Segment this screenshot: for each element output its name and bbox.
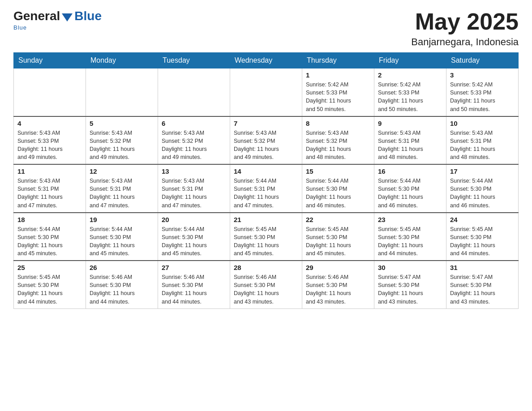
col-header-friday: Friday bbox=[374, 53, 446, 68]
day-info: Sunrise: 5:43 AM Sunset: 5:31 PM Dayligh… bbox=[378, 129, 442, 162]
day-number: 14 bbox=[234, 167, 298, 175]
calendar-location: Banjarnegara, Indonesia bbox=[411, 36, 519, 48]
col-header-saturday: Saturday bbox=[446, 53, 519, 68]
day-info: Sunrise: 5:43 AM Sunset: 5:31 PM Dayligh… bbox=[17, 177, 82, 210]
day-number: 2 bbox=[378, 71, 442, 79]
day-number: 23 bbox=[378, 216, 442, 223]
calendar-cell-week3-day0: 11Sunrise: 5:43 AM Sunset: 5:31 PM Dayli… bbox=[14, 164, 86, 213]
day-info: Sunrise: 5:46 AM Sunset: 5:30 PM Dayligh… bbox=[306, 273, 370, 306]
day-info: Sunrise: 5:45 AM Sunset: 5:30 PM Dayligh… bbox=[234, 225, 298, 258]
calendar-week-2: 4Sunrise: 5:43 AM Sunset: 5:33 PM Daylig… bbox=[14, 116, 519, 165]
calendar-cell-week5-day1: 26Sunrise: 5:46 AM Sunset: 5:30 PM Dayli… bbox=[86, 261, 158, 308]
col-header-sunday: Sunday bbox=[14, 53, 86, 68]
col-header-wednesday: Wednesday bbox=[230, 53, 302, 68]
calendar-cell-week5-day6: 31Sunrise: 5:47 AM Sunset: 5:30 PM Dayli… bbox=[446, 261, 519, 308]
calendar-cell-week3-day6: 17Sunrise: 5:44 AM Sunset: 5:30 PM Dayli… bbox=[446, 164, 519, 213]
day-info: Sunrise: 5:46 AM Sunset: 5:30 PM Dayligh… bbox=[234, 273, 298, 306]
day-number: 9 bbox=[378, 120, 442, 127]
day-info: Sunrise: 5:43 AM Sunset: 5:31 PM Dayligh… bbox=[450, 129, 515, 162]
day-number: 11 bbox=[17, 167, 82, 175]
day-number: 16 bbox=[378, 167, 442, 175]
day-number: 7 bbox=[234, 120, 298, 127]
day-info: Sunrise: 5:47 AM Sunset: 5:30 PM Dayligh… bbox=[450, 273, 515, 306]
day-number: 24 bbox=[450, 216, 515, 223]
day-info: Sunrise: 5:46 AM Sunset: 5:30 PM Dayligh… bbox=[90, 273, 154, 306]
day-number: 25 bbox=[17, 264, 82, 271]
day-number: 27 bbox=[162, 264, 226, 271]
calendar-cell-week3-day1: 12Sunrise: 5:43 AM Sunset: 5:31 PM Dayli… bbox=[86, 164, 158, 213]
day-info: Sunrise: 5:45 AM Sunset: 5:30 PM Dayligh… bbox=[450, 225, 515, 258]
calendar-cell-week4-day6: 24Sunrise: 5:45 AM Sunset: 5:30 PM Dayli… bbox=[446, 213, 519, 261]
calendar-cell-week2-day1: 5Sunrise: 5:43 AM Sunset: 5:32 PM Daylig… bbox=[86, 116, 158, 165]
day-info: Sunrise: 5:43 AM Sunset: 5:32 PM Dayligh… bbox=[234, 129, 298, 162]
calendar-cell-week2-day5: 9Sunrise: 5:43 AM Sunset: 5:31 PM Daylig… bbox=[374, 116, 446, 165]
day-info: Sunrise: 5:44 AM Sunset: 5:30 PM Dayligh… bbox=[450, 177, 515, 210]
calendar-header-row: SundayMondayTuesdayWednesdayThursdayFrid… bbox=[14, 53, 519, 68]
day-info: Sunrise: 5:45 AM Sunset: 5:30 PM Dayligh… bbox=[17, 273, 82, 306]
calendar-week-5: 25Sunrise: 5:45 AM Sunset: 5:30 PM Dayli… bbox=[14, 261, 519, 308]
calendar-cell-week5-day0: 25Sunrise: 5:45 AM Sunset: 5:30 PM Dayli… bbox=[14, 261, 86, 308]
day-info: Sunrise: 5:44 AM Sunset: 5:30 PM Dayligh… bbox=[306, 177, 370, 210]
day-number: 20 bbox=[162, 216, 226, 223]
logo-underline-text: Blue bbox=[13, 24, 27, 31]
calendar-table: SundayMondayTuesdayWednesdayThursdayFrid… bbox=[13, 52, 519, 309]
day-info: Sunrise: 5:45 AM Sunset: 5:30 PM Dayligh… bbox=[378, 225, 442, 258]
calendar-cell-week1-day0 bbox=[14, 68, 86, 116]
day-number: 26 bbox=[90, 264, 154, 271]
day-info: Sunrise: 5:42 AM Sunset: 5:33 PM Dayligh… bbox=[306, 81, 370, 113]
calendar-cell-week1-day4: 1Sunrise: 5:42 AM Sunset: 5:33 PM Daylig… bbox=[302, 68, 374, 116]
day-number: 22 bbox=[306, 216, 370, 223]
day-number: 8 bbox=[306, 120, 370, 127]
day-number: 13 bbox=[162, 167, 226, 175]
day-number: 17 bbox=[450, 167, 515, 175]
calendar-week-1: 1Sunrise: 5:42 AM Sunset: 5:33 PM Daylig… bbox=[14, 68, 519, 116]
calendar-week-3: 11Sunrise: 5:43 AM Sunset: 5:31 PM Dayli… bbox=[14, 164, 519, 213]
day-number: 29 bbox=[306, 264, 370, 271]
day-number: 1 bbox=[306, 71, 370, 79]
col-header-tuesday: Tuesday bbox=[158, 53, 230, 68]
day-number: 12 bbox=[90, 167, 154, 175]
day-info: Sunrise: 5:43 AM Sunset: 5:31 PM Dayligh… bbox=[90, 177, 154, 210]
day-info: Sunrise: 5:44 AM Sunset: 5:30 PM Dayligh… bbox=[17, 225, 82, 258]
logo-blue-text: Blue bbox=[74, 9, 102, 23]
logo-general-text: General bbox=[13, 9, 60, 23]
day-info: Sunrise: 5:47 AM Sunset: 5:30 PM Dayligh… bbox=[378, 273, 442, 306]
col-header-monday: Monday bbox=[86, 53, 158, 68]
calendar-cell-week2-day2: 6Sunrise: 5:43 AM Sunset: 5:32 PM Daylig… bbox=[158, 116, 230, 165]
day-number: 15 bbox=[306, 167, 370, 175]
day-number: 10 bbox=[450, 120, 515, 127]
day-info: Sunrise: 5:43 AM Sunset: 5:32 PM Dayligh… bbox=[90, 129, 154, 162]
calendar-cell-week5-day4: 29Sunrise: 5:46 AM Sunset: 5:30 PM Dayli… bbox=[302, 261, 374, 308]
calendar-cell-week2-day4: 8Sunrise: 5:43 AM Sunset: 5:32 PM Daylig… bbox=[302, 116, 374, 165]
calendar-cell-week3-day5: 16Sunrise: 5:44 AM Sunset: 5:30 PM Dayli… bbox=[374, 164, 446, 213]
day-number: 5 bbox=[90, 120, 154, 127]
day-info: Sunrise: 5:43 AM Sunset: 5:32 PM Dayligh… bbox=[306, 129, 370, 162]
calendar-week-4: 18Sunrise: 5:44 AM Sunset: 5:30 PM Dayli… bbox=[14, 213, 519, 261]
calendar-cell-week4-day0: 18Sunrise: 5:44 AM Sunset: 5:30 PM Dayli… bbox=[14, 213, 86, 261]
calendar-cell-week5-day2: 27Sunrise: 5:46 AM Sunset: 5:30 PM Dayli… bbox=[158, 261, 230, 308]
calendar-cell-week4-day4: 22Sunrise: 5:45 AM Sunset: 5:30 PM Dayli… bbox=[302, 213, 374, 261]
calendar-cell-week4-day5: 23Sunrise: 5:45 AM Sunset: 5:30 PM Dayli… bbox=[374, 213, 446, 261]
day-info: Sunrise: 5:44 AM Sunset: 5:31 PM Dayligh… bbox=[234, 177, 298, 210]
calendar-cell-week4-day2: 20Sunrise: 5:44 AM Sunset: 5:30 PM Dayli… bbox=[158, 213, 230, 261]
day-info: Sunrise: 5:42 AM Sunset: 5:33 PM Dayligh… bbox=[378, 81, 442, 113]
day-info: Sunrise: 5:44 AM Sunset: 5:30 PM Dayligh… bbox=[90, 225, 154, 258]
calendar-cell-week5-day3: 28Sunrise: 5:46 AM Sunset: 5:30 PM Dayli… bbox=[230, 261, 302, 308]
day-number: 31 bbox=[450, 264, 515, 271]
day-info: Sunrise: 5:46 AM Sunset: 5:30 PM Dayligh… bbox=[162, 273, 226, 306]
day-number: 30 bbox=[378, 264, 442, 271]
calendar-cell-week3-day3: 14Sunrise: 5:44 AM Sunset: 5:31 PM Dayli… bbox=[230, 164, 302, 213]
day-info: Sunrise: 5:43 AM Sunset: 5:32 PM Dayligh… bbox=[162, 129, 226, 162]
day-number: 3 bbox=[450, 71, 515, 79]
day-number: 19 bbox=[90, 216, 154, 223]
calendar-cell-week1-day1 bbox=[86, 68, 158, 116]
calendar-cell-week4-day1: 19Sunrise: 5:44 AM Sunset: 5:30 PM Dayli… bbox=[86, 213, 158, 261]
day-info: Sunrise: 5:44 AM Sunset: 5:30 PM Dayligh… bbox=[162, 225, 226, 258]
day-number: 18 bbox=[17, 216, 82, 223]
day-info: Sunrise: 5:44 AM Sunset: 5:30 PM Dayligh… bbox=[378, 177, 442, 210]
calendar-cell-week5-day5: 30Sunrise: 5:47 AM Sunset: 5:30 PM Dayli… bbox=[374, 261, 446, 308]
day-number: 21 bbox=[234, 216, 298, 223]
logo: General Blue Blue bbox=[13, 9, 102, 31]
calendar-cell-week1-day2 bbox=[158, 68, 230, 116]
calendar-cell-week2-day6: 10Sunrise: 5:43 AM Sunset: 5:31 PM Dayli… bbox=[446, 116, 519, 165]
